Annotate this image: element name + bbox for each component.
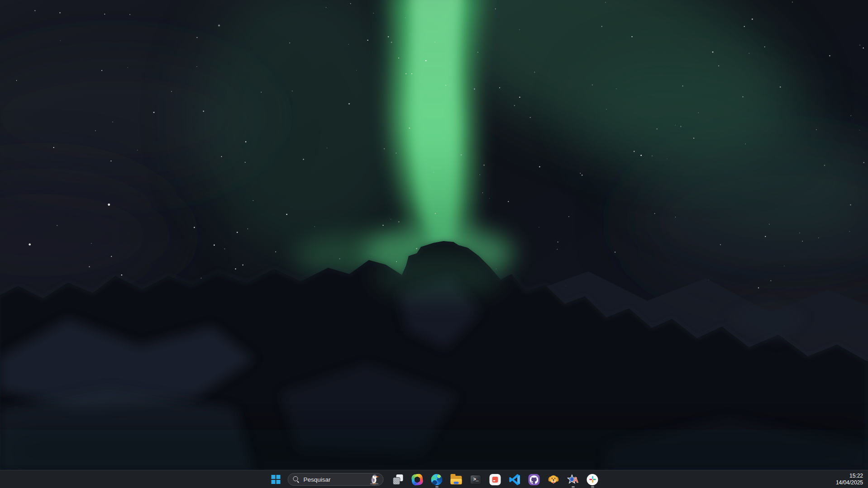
start-button[interactable] [266, 470, 286, 488]
octocat-icon [530, 475, 539, 484]
folder-icon [451, 476, 462, 484]
clock-time: 15:22 [849, 473, 863, 479]
clock-date: 14/04/2025 [836, 479, 863, 486]
terminal-icon: >_ [470, 475, 482, 484]
svg-text:A: A [572, 475, 578, 484]
github-desktop-button[interactable] [525, 470, 544, 488]
terminal-button[interactable]: >_ [466, 470, 486, 488]
github-app-background [529, 474, 540, 485]
desktop-wallpaper [0, 0, 868, 470]
search-input[interactable]: Pesquisar [288, 473, 384, 486]
search-placeholder: Pesquisar [304, 476, 369, 483]
slack-button[interactable] [583, 470, 602, 488]
file-explorer-button[interactable] [447, 470, 466, 488]
slack-icon [589, 476, 596, 483]
copilot-button[interactable] [408, 470, 427, 488]
running-indicator [572, 486, 575, 488]
search-icon [293, 476, 300, 483]
windows-logo-icon [272, 475, 281, 484]
vscode-icon [509, 474, 520, 485]
aurora-mountain-scene [0, 0, 868, 470]
a-letter-app-button[interactable]: A [563, 470, 583, 488]
running-indicator [591, 486, 594, 488]
clock-and-date[interactable]: 15:22 14/04/2025 [832, 470, 868, 488]
puffin-bird-icon [369, 474, 381, 485]
edge-button[interactable] [427, 470, 447, 488]
running-indicator [435, 486, 439, 488]
vscode-button[interactable] [505, 470, 525, 488]
red-square-app-button[interactable] [486, 470, 505, 488]
dog-app-button[interactable] [544, 470, 563, 488]
slack-app-background [587, 474, 598, 485]
taskbar: Pesquisar [0, 470, 868, 488]
red-blue-a-star-icon: A [568, 474, 579, 485]
task-view-icon [393, 474, 403, 484]
dog-face-icon [548, 474, 559, 485]
task-view-button[interactable] [388, 470, 408, 488]
taskbar-center-group: Pesquisar [266, 470, 602, 488]
aurora-reflection [373, 250, 505, 300]
copilot-icon [411, 473, 424, 486]
red-square-app-icon [490, 474, 501, 485]
edge-browser-icon [431, 474, 443, 485]
